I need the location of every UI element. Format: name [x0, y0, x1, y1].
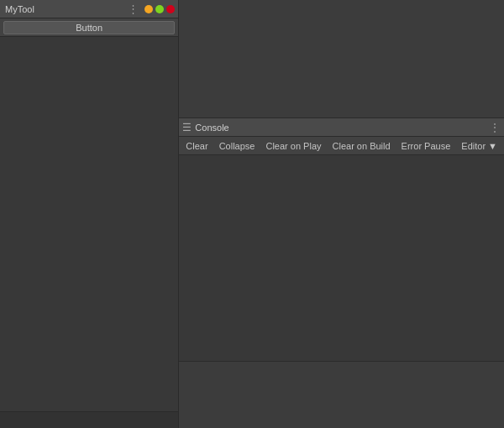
close-button[interactable] [166, 5, 175, 13]
mytool-menu-icon[interactable]: ⋮ [128, 3, 139, 15]
left-panel-body [0, 37, 178, 411]
mytool-title: MyTool [5, 4, 34, 14]
console-editor-button[interactable]: Editor ▼ [456, 138, 502, 154]
window-dots [144, 5, 175, 13]
console-icon: ☰ [182, 122, 192, 133]
console-title-left: ☰ Console [182, 122, 228, 133]
console-collapse-button[interactable]: Collapse [214, 138, 260, 154]
minimize-button[interactable] [144, 5, 153, 13]
console-toolbar: Clear Collapse Clear on Play Clear on Bu… [179, 137, 504, 155]
right-top-area [179, 0, 504, 117]
maximize-button[interactable] [155, 5, 164, 13]
right-panel: ☰ Console ⋮ Clear Collapse Clear on Play… [179, 0, 504, 428]
left-panel-footer [0, 411, 178, 428]
console-panel: ☰ Console ⋮ Clear Collapse Clear on Play… [179, 117, 504, 428]
console-clear-button[interactable]: Clear [181, 138, 213, 154]
console-menu-button[interactable]: ⋮ [489, 122, 501, 133]
console-footer [179, 361, 504, 428]
console-clear-on-build-button[interactable]: Clear on Build [328, 138, 396, 154]
mytool-controls: ⋮ [128, 3, 175, 15]
left-panel: MyTool ⋮ Button [0, 0, 179, 428]
tool-button-bar: Button [0, 18, 178, 37]
console-titlebar: ☰ Console ⋮ [179, 118, 504, 137]
console-title-text: Console [195, 123, 228, 133]
console-error-pause-button[interactable]: Error Pause [396, 138, 456, 154]
console-clear-on-play-button[interactable]: Clear on Play [260, 138, 326, 154]
mytool-titlebar: MyTool ⋮ [0, 0, 178, 18]
console-body [179, 155, 504, 361]
main-layout: MyTool ⋮ Button ☰ Console [0, 0, 504, 428]
tool-button[interactable]: Button [3, 21, 175, 34]
